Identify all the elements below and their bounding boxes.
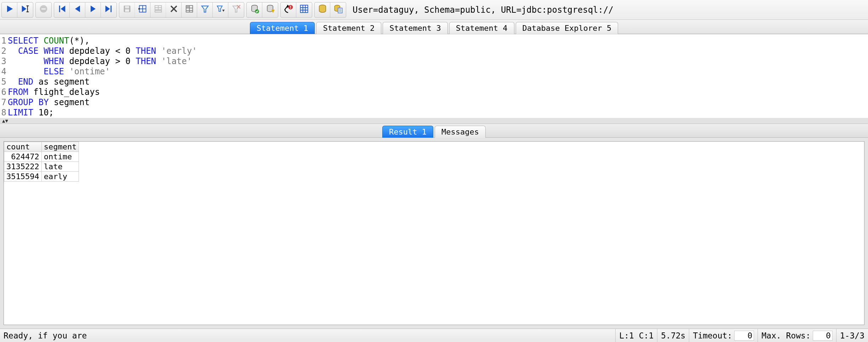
next-button[interactable] bbox=[85, 2, 101, 18]
db-commit-icon bbox=[250, 4, 259, 16]
table-cell[interactable]: 3135222 bbox=[4, 162, 42, 172]
tab-label: Messages bbox=[441, 127, 479, 136]
line-code: ELSE 'ontime' bbox=[8, 67, 868, 77]
status-message: Ready, if you are bbox=[0, 329, 615, 342]
svg-rect-44 bbox=[290, 8, 291, 9]
line-number: 2 bbox=[0, 46, 8, 56]
svg-rect-14 bbox=[125, 6, 129, 8]
statement-tab[interactable]: Statement 2 bbox=[316, 22, 381, 34]
editor-line: 6FROM flight_delays bbox=[0, 87, 868, 97]
table-row[interactable]: 3135222late bbox=[4, 162, 79, 172]
grid-append-button[interactable] bbox=[150, 2, 166, 18]
db-button[interactable] bbox=[315, 2, 330, 18]
db-props-button[interactable] bbox=[330, 2, 346, 18]
line-number: 1 bbox=[0, 36, 8, 46]
prev-button[interactable] bbox=[70, 2, 85, 18]
column-header[interactable]: segment bbox=[41, 142, 79, 152]
result-tabstrip: Result 1Messages bbox=[0, 124, 868, 138]
editor-line: 7GROUP BY segment bbox=[0, 97, 868, 108]
run-button[interactable] bbox=[2, 2, 17, 18]
svg-marker-31 bbox=[201, 6, 208, 12]
toolbar-group bbox=[54, 2, 117, 18]
filter-clear-icon bbox=[231, 4, 241, 16]
grid-insert-button[interactable] bbox=[135, 2, 150, 18]
status-bar: Ready, if you are L:1 C:1 5.72s Timeout:… bbox=[0, 329, 868, 342]
table-cell[interactable]: 624472 bbox=[4, 152, 42, 162]
table-cell[interactable]: 3515594 bbox=[4, 172, 42, 182]
last-button[interactable] bbox=[101, 2, 116, 18]
editor-line: 8LIMIT 10; bbox=[0, 108, 868, 118]
statement-tab[interactable]: Statement 1 bbox=[250, 22, 315, 34]
schema-grid-button[interactable] bbox=[296, 2, 312, 18]
svg-rect-23 bbox=[155, 11, 161, 12]
result-tab[interactable]: Messages bbox=[435, 126, 486, 138]
svg-rect-2 bbox=[27, 6, 28, 12]
svg-rect-43 bbox=[290, 6, 291, 7]
filter-button[interactable] bbox=[197, 2, 213, 18]
toolbar-group bbox=[314, 2, 346, 18]
tab-label: Statement 4 bbox=[456, 24, 508, 33]
toolbar: User=dataguy, Schema=public, URL=jdbc:po… bbox=[0, 0, 868, 20]
line-number: 8 bbox=[0, 108, 8, 118]
svg-rect-12 bbox=[110, 6, 112, 12]
editor-line: 1SELECT COUNT(*), bbox=[0, 36, 868, 46]
status-timeout-label: Timeout: bbox=[693, 331, 732, 340]
statement-tab[interactable]: Statement 4 bbox=[449, 22, 514, 34]
table-cell[interactable]: early bbox=[41, 172, 79, 182]
table-header-row: countsegment bbox=[4, 142, 79, 152]
stop-button[interactable] bbox=[36, 2, 51, 18]
grid-delete-button[interactable] bbox=[166, 2, 182, 18]
first-button[interactable] bbox=[54, 2, 70, 18]
line-number: 4 bbox=[0, 67, 8, 77]
svg-marker-8 bbox=[61, 6, 65, 12]
table-cell[interactable]: late bbox=[41, 162, 79, 172]
filter-dropdown-button[interactable] bbox=[213, 2, 228, 18]
column-header[interactable]: count bbox=[4, 142, 42, 152]
svg-rect-30 bbox=[186, 6, 189, 8]
run-to-cursor-button[interactable] bbox=[17, 2, 33, 18]
grid-insert-icon bbox=[138, 4, 148, 16]
status-timeout-value[interactable]: 0 bbox=[734, 331, 754, 341]
table-row[interactable]: 624472ontime bbox=[4, 152, 79, 162]
error-button[interactable] bbox=[281, 2, 296, 18]
table-row[interactable]: 3515594early bbox=[4, 172, 79, 182]
tab-label: Statement 2 bbox=[323, 24, 375, 33]
statement-tab[interactable]: Statement 3 bbox=[383, 22, 448, 34]
line-code: SELECT COUNT(*), bbox=[8, 36, 868, 46]
grid-export-button[interactable] bbox=[182, 2, 197, 18]
line-code: LIMIT 10; bbox=[8, 108, 868, 118]
prev-icon bbox=[73, 4, 82, 16]
result-tab[interactable]: Result 1 bbox=[382, 126, 433, 138]
filter-icon bbox=[200, 4, 210, 16]
toolbar-group bbox=[1, 2, 33, 18]
svg-rect-6 bbox=[41, 8, 46, 10]
grid-export-icon bbox=[184, 4, 194, 16]
db-refresh-button[interactable] bbox=[262, 2, 278, 18]
line-number: 7 bbox=[0, 97, 8, 108]
status-maxrows-value[interactable]: 0 bbox=[813, 331, 833, 341]
save-button[interactable] bbox=[119, 2, 135, 18]
schema-grid-icon bbox=[299, 4, 309, 16]
splitter-handle[interactable]: ▲▼ bbox=[0, 118, 868, 124]
connection-string: User=dataguy, Schema=public, URL=jdbc:po… bbox=[353, 5, 867, 15]
results-panel: countsegment624472ontime3135222late35155… bbox=[0, 138, 868, 329]
svg-marker-33 bbox=[222, 10, 224, 12]
status-timeout: Timeout: 0 bbox=[689, 329, 758, 342]
svg-marker-0 bbox=[7, 6, 13, 12]
stop-icon bbox=[39, 4, 48, 16]
status-maxrows: Max. Rows: 0 bbox=[758, 329, 836, 342]
result-grid[interactable]: countsegment624472ontime3135222late35155… bbox=[4, 141, 864, 325]
filter-clear-button[interactable] bbox=[228, 2, 244, 18]
grid-append-icon bbox=[153, 4, 163, 16]
svg-marker-11 bbox=[105, 6, 110, 12]
sql-editor[interactable]: 1SELECT COUNT(*),2 CASE WHEN depdelay < … bbox=[0, 34, 868, 118]
next-icon bbox=[88, 4, 98, 16]
statement-tab[interactable]: Database Explorer 5 bbox=[516, 22, 618, 34]
table-cell[interactable]: ontime bbox=[41, 152, 79, 162]
toolbar-group bbox=[35, 2, 52, 18]
db-commit-button[interactable] bbox=[247, 2, 262, 18]
status-elapsed: 5.72s bbox=[657, 329, 689, 342]
svg-rect-4 bbox=[27, 12, 29, 12]
db-icon bbox=[318, 4, 327, 16]
svg-marker-32 bbox=[217, 6, 222, 11]
